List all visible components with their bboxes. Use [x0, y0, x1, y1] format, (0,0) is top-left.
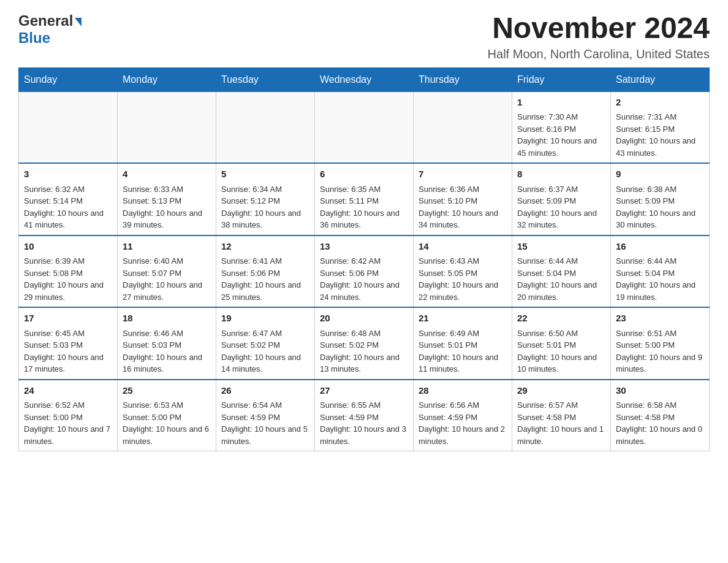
day-number: 3	[24, 167, 112, 182]
calendar-week-row: 10Sunrise: 6:39 AMSunset: 5:08 PMDayligh…	[19, 236, 710, 308]
calendar-cell: 8Sunrise: 6:37 AMSunset: 5:09 PMDaylight…	[512, 163, 611, 236]
calendar-cell: 28Sunrise: 6:56 AMSunset: 4:59 PMDayligh…	[414, 380, 512, 451]
calendar-cell: 17Sunrise: 6:45 AMSunset: 5:03 PMDayligh…	[19, 307, 118, 380]
day-number: 1	[517, 96, 605, 110]
day-info: Sunrise: 6:43 AMSunset: 5:05 PMDaylight:…	[419, 256, 498, 302]
day-number: 21	[419, 312, 507, 326]
calendar-cell: 23Sunrise: 6:51 AMSunset: 5:00 PMDayligh…	[611, 307, 710, 380]
calendar-cell: 21Sunrise: 6:49 AMSunset: 5:01 PMDayligh…	[414, 307, 512, 380]
calendar-cell: 4Sunrise: 6:33 AMSunset: 5:13 PMDaylight…	[118, 163, 216, 236]
day-number: 8	[517, 167, 605, 182]
day-number: 17	[24, 312, 112, 326]
calendar-cell: 24Sunrise: 6:52 AMSunset: 5:00 PMDayligh…	[19, 380, 118, 451]
day-info: Sunrise: 6:44 AMSunset: 5:04 PMDaylight:…	[616, 256, 696, 302]
calendar-cell: 25Sunrise: 6:53 AMSunset: 5:00 PMDayligh…	[118, 380, 216, 451]
day-info: Sunrise: 6:35 AMSunset: 5:11 PMDaylight:…	[320, 185, 400, 230]
calendar-cell: 1Sunrise: 7:30 AMSunset: 6:16 PMDaylight…	[512, 91, 611, 163]
weekday-header-row: SundayMondayTuesdayWednesdayThursdayFrid…	[19, 67, 710, 91]
day-number: 20	[320, 312, 408, 326]
weekday-header-friday: Friday	[512, 67, 611, 91]
day-number: 24	[24, 384, 112, 398]
calendar-cell: 13Sunrise: 6:42 AMSunset: 5:06 PMDayligh…	[315, 236, 414, 308]
day-number: 11	[123, 240, 211, 254]
logo-blue: Blue	[18, 29, 50, 46]
day-info: Sunrise: 6:54 AMSunset: 4:59 PMDaylight:…	[221, 400, 308, 446]
day-info: Sunrise: 6:50 AMSunset: 5:01 PMDaylight:…	[517, 329, 597, 374]
calendar-table: SundayMondayTuesdayWednesdayThursdayFrid…	[18, 67, 710, 452]
calendar-cell: 27Sunrise: 6:55 AMSunset: 4:59 PMDayligh…	[315, 380, 414, 451]
calendar-cell	[414, 91, 512, 163]
calendar-cell	[315, 91, 414, 163]
day-info: Sunrise: 6:46 AMSunset: 5:03 PMDaylight:…	[123, 329, 202, 374]
day-number: 16	[616, 240, 704, 254]
calendar-week-row: 17Sunrise: 6:45 AMSunset: 5:03 PMDayligh…	[19, 307, 710, 380]
calendar-cell	[19, 91, 118, 163]
day-info: Sunrise: 6:37 AMSunset: 5:09 PMDaylight:…	[517, 185, 597, 230]
calendar-cell: 11Sunrise: 6:40 AMSunset: 5:07 PMDayligh…	[118, 236, 216, 308]
calendar-cell: 9Sunrise: 6:38 AMSunset: 5:09 PMDaylight…	[611, 163, 710, 236]
day-number: 6	[320, 167, 408, 182]
calendar-cell: 14Sunrise: 6:43 AMSunset: 5:05 PMDayligh…	[414, 236, 512, 308]
weekday-header-sunday: Sunday	[19, 67, 118, 91]
day-number: 26	[221, 384, 309, 398]
day-number: 22	[517, 312, 605, 326]
page-header: General Blue November 2024 Half Moon, No…	[18, 12, 710, 61]
day-info: Sunrise: 6:39 AMSunset: 5:08 PMDaylight:…	[24, 256, 104, 302]
day-number: 2	[616, 96, 704, 110]
day-info: Sunrise: 7:30 AMSunset: 6:16 PMDaylight:…	[517, 112, 597, 158]
calendar-cell: 20Sunrise: 6:48 AMSunset: 5:02 PMDayligh…	[315, 307, 414, 380]
day-info: Sunrise: 6:56 AMSunset: 4:59 PMDaylight:…	[419, 400, 505, 446]
calendar-cell: 26Sunrise: 6:54 AMSunset: 4:59 PMDayligh…	[216, 380, 315, 451]
calendar-cell: 3Sunrise: 6:32 AMSunset: 5:14 PMDaylight…	[19, 163, 118, 236]
calendar-cell: 22Sunrise: 6:50 AMSunset: 5:01 PMDayligh…	[512, 307, 611, 380]
calendar-week-row: 3Sunrise: 6:32 AMSunset: 5:14 PMDaylight…	[19, 163, 710, 236]
day-number: 25	[123, 384, 211, 398]
calendar-cell: 15Sunrise: 6:44 AMSunset: 5:04 PMDayligh…	[512, 236, 611, 308]
calendar-week-row: 24Sunrise: 6:52 AMSunset: 5:00 PMDayligh…	[19, 380, 710, 451]
day-number: 12	[221, 240, 309, 254]
calendar-cell: 2Sunrise: 7:31 AMSunset: 6:15 PMDaylight…	[611, 91, 710, 163]
day-number: 18	[123, 312, 211, 326]
logo: General Blue	[18, 12, 82, 47]
day-info: Sunrise: 6:34 AMSunset: 5:12 PMDaylight:…	[221, 185, 301, 230]
logo-general: General	[18, 12, 73, 29]
day-info: Sunrise: 7:31 AMSunset: 6:15 PMDaylight:…	[616, 112, 696, 158]
month-title: November 2024	[488, 12, 710, 45]
day-number: 15	[517, 240, 605, 254]
day-number: 30	[616, 384, 704, 398]
calendar-cell: 5Sunrise: 6:34 AMSunset: 5:12 PMDaylight…	[216, 163, 315, 236]
day-info: Sunrise: 6:55 AMSunset: 4:59 PMDaylight:…	[320, 400, 406, 446]
day-number: 5	[221, 167, 309, 182]
calendar-cell: 29Sunrise: 6:57 AMSunset: 4:58 PMDayligh…	[512, 380, 611, 451]
calendar-cell: 30Sunrise: 6:58 AMSunset: 4:58 PMDayligh…	[611, 380, 710, 451]
location-title: Half Moon, North Carolina, United States	[488, 47, 710, 61]
weekday-header-wednesday: Wednesday	[315, 67, 414, 91]
day-info: Sunrise: 6:44 AMSunset: 5:04 PMDaylight:…	[517, 256, 597, 302]
calendar-cell: 6Sunrise: 6:35 AMSunset: 5:11 PMDaylight…	[315, 163, 414, 236]
calendar-cell: 7Sunrise: 6:36 AMSunset: 5:10 PMDaylight…	[414, 163, 512, 236]
day-info: Sunrise: 6:33 AMSunset: 5:13 PMDaylight:…	[123, 185, 202, 230]
day-info: Sunrise: 6:38 AMSunset: 5:09 PMDaylight:…	[616, 185, 696, 230]
day-info: Sunrise: 6:45 AMSunset: 5:03 PMDaylight:…	[24, 329, 104, 374]
day-info: Sunrise: 6:58 AMSunset: 4:58 PMDaylight:…	[616, 400, 702, 446]
title-area: November 2024 Half Moon, North Carolina,…	[488, 12, 710, 61]
day-info: Sunrise: 6:41 AMSunset: 5:06 PMDaylight:…	[221, 256, 301, 302]
day-number: 23	[616, 312, 704, 326]
calendar-cell	[118, 91, 216, 163]
day-info: Sunrise: 6:47 AMSunset: 5:02 PMDaylight:…	[221, 329, 301, 374]
day-number: 28	[419, 384, 507, 398]
weekday-header-tuesday: Tuesday	[216, 67, 315, 91]
day-info: Sunrise: 6:42 AMSunset: 5:06 PMDaylight:…	[320, 256, 400, 302]
weekday-header-thursday: Thursday	[414, 67, 512, 91]
day-info: Sunrise: 6:57 AMSunset: 4:58 PMDaylight:…	[517, 400, 604, 446]
calendar-week-row: 1Sunrise: 7:30 AMSunset: 6:16 PMDaylight…	[19, 91, 710, 163]
calendar-cell: 10Sunrise: 6:39 AMSunset: 5:08 PMDayligh…	[19, 236, 118, 308]
day-info: Sunrise: 6:40 AMSunset: 5:07 PMDaylight:…	[123, 256, 202, 302]
day-number: 29	[517, 384, 605, 398]
day-number: 7	[419, 167, 507, 182]
day-info: Sunrise: 6:51 AMSunset: 5:00 PMDaylight:…	[616, 329, 702, 374]
day-info: Sunrise: 6:49 AMSunset: 5:01 PMDaylight:…	[419, 329, 498, 374]
calendar-cell	[216, 91, 315, 163]
day-info: Sunrise: 6:36 AMSunset: 5:10 PMDaylight:…	[419, 185, 498, 230]
day-info: Sunrise: 6:48 AMSunset: 5:02 PMDaylight:…	[320, 329, 400, 374]
